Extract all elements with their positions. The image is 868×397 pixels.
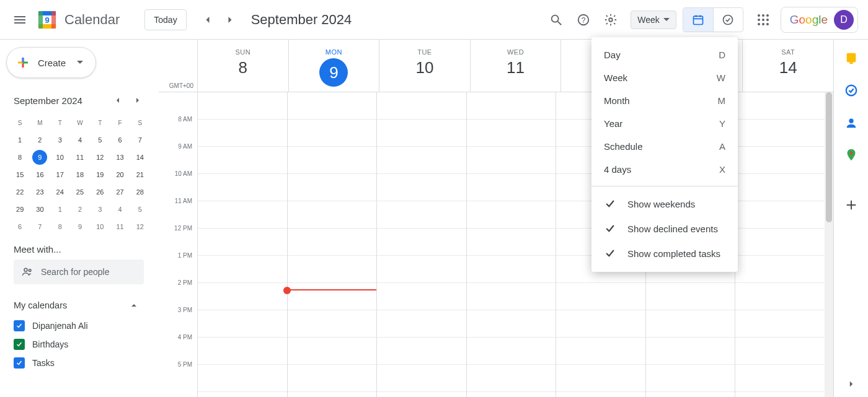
mini-day[interactable]: 11: [110, 218, 130, 235]
mini-day[interactable]: 13: [110, 149, 130, 166]
time-cell[interactable]: [198, 256, 287, 283]
time-cell[interactable]: [735, 92, 825, 120]
mini-day[interactable]: 1: [50, 201, 70, 218]
time-cell[interactable]: [198, 229, 287, 256]
side-panel-expand-button[interactable]: [846, 378, 857, 390]
time-cell[interactable]: [377, 283, 466, 310]
day-column[interactable]: [287, 92, 377, 397]
time-cell[interactable]: [377, 120, 466, 147]
tasks-sidepanel-button[interactable]: [844, 83, 859, 98]
tasks-mode-button[interactable]: [713, 8, 743, 32]
mini-day[interactable]: 22: [10, 183, 30, 201]
mini-day[interactable]: 24: [50, 183, 70, 201]
maps-button[interactable]: [844, 147, 859, 162]
time-cell[interactable]: [288, 147, 377, 174]
mini-day[interactable]: 12: [90, 149, 110, 166]
create-button[interactable]: Create: [6, 47, 96, 78]
time-cell[interactable]: [288, 229, 377, 256]
mini-day[interactable]: 9: [70, 218, 90, 235]
time-cell[interactable]: [556, 338, 645, 365]
mini-prev-button[interactable]: [109, 92, 126, 109]
time-cell[interactable]: [467, 174, 556, 201]
mini-day[interactable]: 20: [110, 166, 130, 183]
view-option[interactable]: WeekW: [591, 66, 738, 89]
view-toggle-option[interactable]: Show weekends: [591, 191, 738, 216]
mini-day[interactable]: 7: [30, 218, 50, 235]
contacts-button[interactable]: [844, 115, 859, 130]
mini-next-button[interactable]: [129, 92, 146, 109]
mini-day[interactable]: 5: [130, 201, 150, 218]
search-people-input[interactable]: Search for people: [14, 260, 144, 284]
keep-button[interactable]: [844, 51, 859, 66]
day-number[interactable]: 8: [198, 58, 288, 77]
day-header[interactable]: SUN8: [197, 40, 288, 92]
time-cell[interactable]: [467, 201, 556, 229]
time-cell[interactable]: [198, 283, 287, 310]
mini-day[interactable]: 27: [110, 183, 130, 201]
day-header[interactable]: MON9: [288, 40, 379, 92]
mini-day[interactable]: 29: [10, 201, 30, 218]
time-cell[interactable]: [288, 92, 377, 120]
time-cell[interactable]: [735, 338, 825, 365]
time-cell[interactable]: [735, 310, 825, 338]
account-block[interactable]: Google D: [781, 7, 858, 33]
view-option[interactable]: DayD: [591, 43, 738, 66]
view-option[interactable]: ScheduleA: [591, 135, 738, 158]
mini-day[interactable]: 8: [10, 149, 30, 166]
time-cell[interactable]: [288, 120, 377, 147]
scrollbar-thumb[interactable]: [826, 92, 832, 222]
time-cell[interactable]: [288, 256, 377, 283]
day-column[interactable]: [376, 92, 466, 397]
time-cell[interactable]: [467, 365, 556, 392]
time-cell[interactable]: [735, 147, 825, 174]
view-toggle-option[interactable]: Show declined events: [591, 216, 738, 241]
time-cell[interactable]: [288, 201, 377, 229]
time-cell[interactable]: [646, 365, 735, 392]
time-cell[interactable]: [198, 120, 287, 147]
day-header[interactable]: TUE10: [379, 40, 470, 92]
time-cell[interactable]: [198, 338, 287, 365]
avatar[interactable]: D: [834, 10, 854, 30]
day-column[interactable]: [466, 92, 556, 397]
mini-day[interactable]: 10: [50, 149, 70, 166]
day-number[interactable]: 10: [379, 58, 470, 77]
calendar-item[interactable]: Dipanjenah Ali: [14, 316, 146, 335]
app-logo[interactable]: 9 Calendar: [35, 7, 120, 32]
time-cell[interactable]: [556, 283, 645, 310]
calendar-mode-button[interactable]: [683, 8, 713, 32]
view-toggle-option[interactable]: Show completed tasks: [591, 241, 738, 266]
calendar-checkbox[interactable]: [14, 339, 25, 350]
calendar-item[interactable]: Birthdays: [14, 335, 146, 354]
day-number[interactable]: 11: [471, 58, 561, 77]
mini-day[interactable]: 6: [10, 218, 30, 235]
time-cell[interactable]: [377, 92, 466, 120]
mini-day[interactable]: 18: [70, 166, 90, 183]
mini-day[interactable]: 3: [50, 131, 70, 149]
time-cell[interactable]: [735, 365, 825, 392]
mini-day[interactable]: 8: [50, 218, 70, 235]
next-period-button[interactable]: [219, 9, 241, 31]
time-cell[interactable]: [467, 283, 556, 310]
mini-day[interactable]: 12: [130, 218, 150, 235]
mini-day[interactable]: 19: [90, 166, 110, 183]
prev-period-button[interactable]: [197, 9, 219, 31]
time-cell[interactable]: [377, 201, 466, 229]
time-cell[interactable]: [377, 256, 466, 283]
time-cell[interactable]: [198, 92, 287, 120]
mini-day[interactable]: 3: [90, 201, 110, 218]
time-cell[interactable]: [467, 310, 556, 338]
mini-day[interactable]: 5: [90, 131, 110, 149]
time-cell[interactable]: [646, 310, 735, 338]
view-option[interactable]: MonthM: [591, 89, 738, 112]
calendar-checkbox[interactable]: [14, 320, 25, 331]
time-cell[interactable]: [377, 338, 466, 365]
mini-day[interactable]: 28: [130, 183, 150, 201]
calendar-item[interactable]: Tasks: [14, 354, 146, 372]
time-cell[interactable]: [467, 120, 556, 147]
time-cell[interactable]: [467, 147, 556, 174]
mini-day[interactable]: 1: [10, 131, 30, 149]
mini-calendar[interactable]: SMTWTFS 12345678910111213141516171819202…: [10, 114, 150, 235]
mini-day[interactable]: 2: [30, 131, 50, 149]
time-cell[interactable]: [198, 310, 287, 338]
mini-day[interactable]: 6: [110, 131, 130, 149]
